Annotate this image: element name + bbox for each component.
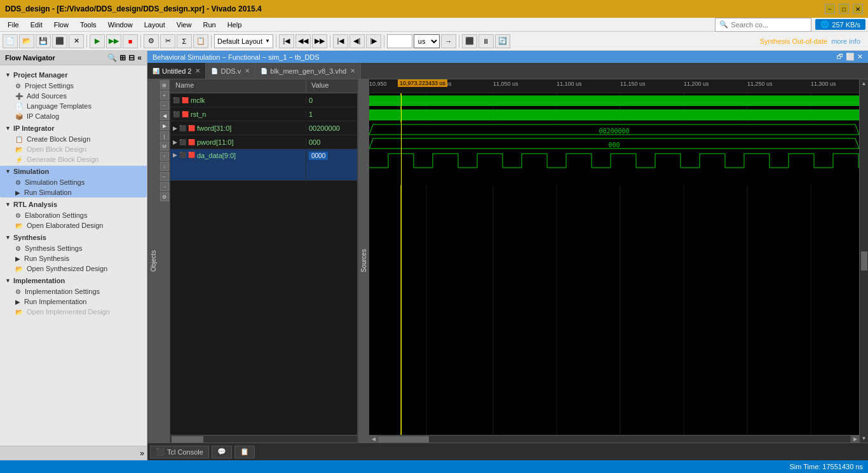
layout-dropdown[interactable]: Default Layout ▼ bbox=[214, 34, 273, 48]
wave-settings[interactable]: ⚙ bbox=[160, 192, 169, 201]
tcl-console-btn[interactable]: ⬛ Tcl Console bbox=[150, 446, 209, 458]
nav-create-block[interactable]: 📋 Create Block Design bbox=[0, 134, 147, 144]
menu-flow[interactable]: Flow bbox=[49, 20, 74, 30]
menu-view[interactable]: View bbox=[172, 20, 197, 30]
sim-nav2[interactable]: ◀◀ bbox=[295, 34, 311, 48]
impl-header[interactable]: ▼ Implementation bbox=[0, 275, 147, 286]
sig-list-scrollbar-thumb[interactable] bbox=[172, 436, 203, 443]
tab-blk-mem[interactable]: 📄 blk_mem_gen_v8_3.vhd ✕ bbox=[255, 63, 361, 79]
wave-nav3[interactable]: ← bbox=[160, 172, 169, 181]
new-button[interactable]: 📄 bbox=[3, 34, 18, 48]
run2-button[interactable]: ▶▶ bbox=[106, 34, 121, 48]
scroll-left-btn[interactable]: ◀ bbox=[369, 436, 378, 443]
vscroll-up[interactable]: ▲ bbox=[862, 81, 867, 86]
sig-fword-expand[interactable]: ▶ bbox=[173, 125, 177, 131]
wave-maximize-btn[interactable]: ⬜ bbox=[846, 53, 855, 61]
wave-nav4[interactable]: → bbox=[160, 182, 169, 191]
zoom-prev-btn[interactable]: ◀ bbox=[160, 111, 169, 120]
sig-list-scrollbar[interactable] bbox=[170, 435, 357, 443]
search-input[interactable] bbox=[731, 21, 807, 29]
minimize-button[interactable]: − bbox=[825, 4, 835, 14]
objects-panel[interactable]: Objects bbox=[147, 79, 159, 443]
sim-time-btn[interactable]: → bbox=[441, 34, 456, 48]
sim-nav1[interactable]: |◀ bbox=[279, 34, 294, 48]
nav-open-elaborated[interactable]: 📂 Open Elaborated Design bbox=[0, 220, 147, 230]
sig-pword-expand[interactable]: ▶ bbox=[173, 139, 177, 145]
scroll-right-btn[interactable]: ▶ bbox=[850, 436, 859, 443]
project-manager-header[interactable]: ▼ Project Manager bbox=[0, 69, 147, 81]
open-button[interactable]: 📂 bbox=[19, 34, 34, 48]
nav-elaboration-settings[interactable]: ⚙ Elaboration Settings bbox=[0, 210, 147, 220]
time-value-input[interactable]: 10 bbox=[387, 34, 412, 48]
vscroll-thumb[interactable] bbox=[861, 251, 867, 270]
log-btn[interactable]: 📋 bbox=[234, 446, 255, 458]
nav-run-simulation[interactable]: ▶ Run Simulation bbox=[0, 187, 147, 197]
save-button[interactable]: 💾 bbox=[36, 34, 51, 48]
cursor-btn[interactable]: | bbox=[160, 131, 169, 140]
menu-tools[interactable]: Tools bbox=[75, 20, 102, 30]
rtl-header[interactable]: ▼ RTL Analysis bbox=[0, 199, 147, 210]
sig-row-fword[interactable]: ▶ ⬛ 🟥 fword[31:0] 00200000 bbox=[170, 121, 357, 135]
nav-run-impl[interactable]: ▶ Run Implementation bbox=[0, 296, 147, 307]
nav-language-templates[interactable]: 📄 Language Templates bbox=[0, 101, 147, 111]
nav-icon-expand[interactable]: ⊞ bbox=[119, 53, 126, 62]
sig-row-rstn[interactable]: ⬛ 🟥 rst_n 1 bbox=[170, 107, 357, 121]
sim-step2[interactable]: ◀| bbox=[349, 34, 365, 48]
chat-btn[interactable]: 💬 bbox=[212, 446, 232, 458]
nav-synthesis-settings[interactable]: ⚙ Synthesis Settings bbox=[0, 243, 147, 253]
synthesis-header[interactable]: ▼ Synthesis bbox=[0, 232, 147, 243]
zoom-next-btn[interactable]: ▶ bbox=[160, 121, 169, 130]
scroll-thumb[interactable] bbox=[378, 436, 429, 443]
tb-icon3[interactable]: 🔄 bbox=[495, 34, 510, 48]
run-button[interactable]: ▶ bbox=[90, 34, 105, 48]
stop-button[interactable]: ■ bbox=[123, 34, 138, 48]
tb-misc2[interactable]: ✂ bbox=[160, 34, 175, 48]
tb-icon1[interactable]: ⬛ bbox=[462, 34, 477, 48]
nav-run-synthesis[interactable]: ▶ Run Synthesis bbox=[0, 253, 147, 263]
sig-row-mclk[interactable]: ⬛ 🟥 mclk 0 bbox=[170, 93, 357, 107]
tb-icon2[interactable]: ⏸ bbox=[478, 34, 494, 48]
waveform-display[interactable]: 00200000 000 bbox=[369, 93, 859, 435]
menu-edit[interactable]: Edit bbox=[25, 20, 48, 30]
sources-panel[interactable]: Sources bbox=[358, 79, 369, 443]
search-box[interactable]: 🔍 bbox=[715, 18, 811, 32]
nav-icon-collapse[interactable]: ⊟ bbox=[128, 53, 135, 62]
simulation-header[interactable]: ▼ Simulation bbox=[0, 166, 147, 177]
tb-misc4[interactable]: 📋 bbox=[193, 34, 208, 48]
nav-project-settings[interactable]: ⚙ Project Settings bbox=[0, 81, 147, 91]
tab-untitled-close[interactable]: ✕ bbox=[195, 67, 200, 74]
wave-nav2[interactable]: ↓ bbox=[160, 162, 169, 171]
nav-open-synthesized[interactable]: 📂 Open Synthesized Design bbox=[0, 263, 147, 274]
sig-row-pword[interactable]: ▶ ⬛ 🟥 pword[11:0] 000 bbox=[170, 135, 357, 149]
ip-integrator-header[interactable]: ▼ IP Integrator bbox=[0, 123, 147, 134]
menu-layout[interactable]: Layout bbox=[139, 20, 170, 30]
zoom-in-btn[interactable]: + bbox=[160, 91, 169, 100]
wave-v-scrollbar[interactable]: ▲ ▼ bbox=[859, 79, 868, 443]
wave-h-scrollbar[interactable]: ◀ ▶ bbox=[369, 435, 859, 443]
tb-misc1[interactable]: ⚙ bbox=[144, 34, 159, 48]
zoom-fit-btn[interactable]: ⊞ bbox=[160, 81, 169, 90]
sig-row-dadata[interactable]: ▶ ⬛ 🟥 da_data[9:0] 0000 bbox=[170, 149, 357, 181]
wave-close-btn[interactable]: ✕ bbox=[857, 53, 863, 61]
menu-window[interactable]: Window bbox=[103, 20, 138, 30]
nav-icon-search[interactable]: 🔍 bbox=[107, 53, 117, 62]
save-all-button[interactable]: ⬛ bbox=[52, 34, 67, 48]
waveform-canvas[interactable] bbox=[369, 93, 859, 435]
maximize-button[interactable]: □ bbox=[839, 4, 849, 14]
nav-add-sources[interactable]: ➕ Add Sources bbox=[0, 91, 147, 101]
marker-btn[interactable]: M bbox=[160, 142, 169, 150]
sim-step1[interactable]: |◀ bbox=[333, 34, 348, 48]
menu-run[interactable]: Run bbox=[198, 20, 220, 30]
sig-dadata-expand[interactable]: ▶ bbox=[173, 152, 177, 158]
close-button[interactable]: ✕ bbox=[853, 4, 863, 14]
tab-dds[interactable]: 📄 DDS.v ✕ bbox=[206, 63, 255, 79]
wave-nav1[interactable]: ↑ bbox=[160, 152, 169, 161]
sim-nav3[interactable]: ▶▶ bbox=[312, 34, 327, 48]
more-info-link[interactable]: more info bbox=[831, 37, 860, 45]
tab-blk-close[interactable]: ✕ bbox=[350, 67, 355, 74]
menu-help[interactable]: Help bbox=[222, 20, 247, 30]
close-button2[interactable]: ✕ bbox=[69, 34, 84, 48]
tab-untitled[interactable]: 📊 Untitled 2 ✕ bbox=[147, 63, 206, 79]
time-unit-select[interactable]: us ns ms bbox=[414, 34, 440, 48]
menu-file[interactable]: File bbox=[3, 20, 24, 30]
